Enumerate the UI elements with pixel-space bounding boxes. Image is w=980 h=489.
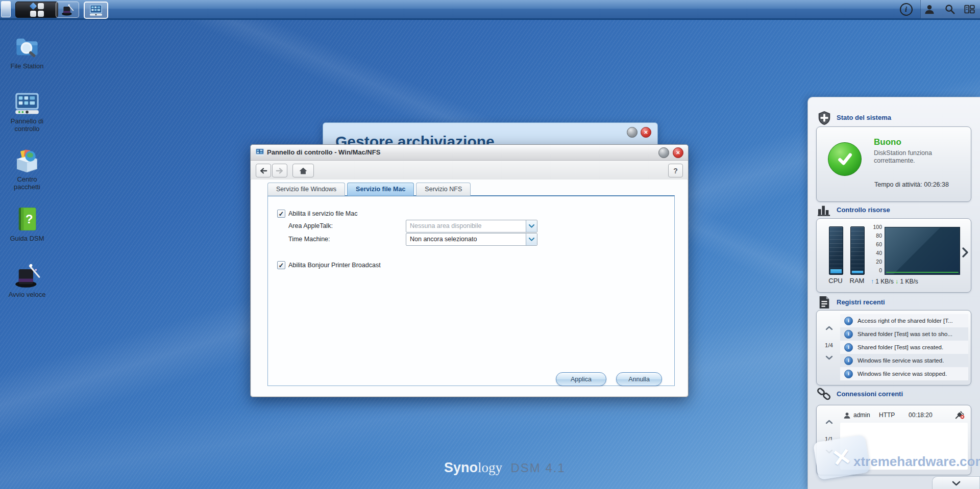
widget-title: Stato del sistema (837, 114, 891, 121)
taskbar-control-panel-button[interactable] (84, 2, 108, 19)
page-up-button[interactable] (819, 326, 839, 330)
desktop-icon-dsm-help[interactable]: ? Guida DSM (4, 206, 51, 242)
desktop-icon-package-center[interactable]: Centro pacchetti (4, 148, 51, 191)
bonjour-broadcast-label: Abilita Bonjour Printer Broadcast (288, 262, 381, 269)
resource-monitor-box[interactable]: CPU RAM 100 80 60 40 20 0 ↑ 1 KB/s ↓ 1 K… (816, 218, 971, 293)
desktop-icon-file-station[interactable]: File Station (4, 34, 51, 70)
disconnect-button[interactable] (954, 410, 965, 421)
log-text: Access right of the shared folder [T... (857, 318, 953, 324)
desktop-icon-label: Pannello di controllo (4, 117, 51, 133)
link-icon (817, 387, 832, 402)
cancel-button[interactable]: Annulla (616, 372, 662, 386)
home-button[interactable] (292, 164, 314, 177)
minimize-button[interactable] (627, 127, 638, 138)
info-icon: i (844, 343, 853, 352)
taskbar: i (0, 0, 980, 20)
dialog-toolbar: ? (251, 161, 688, 180)
timemachine-dropdown[interactable]: Non ancora selezionato (406, 233, 537, 246)
network-usage-graph (885, 227, 960, 275)
system-status-box: Buono DiskStation funziona correttamente… (816, 126, 971, 202)
info-icon: i (844, 356, 853, 365)
svg-text:?: ? (26, 212, 33, 226)
widget-title: Registri recenti (837, 298, 885, 306)
tab-servizio-nfs[interactable]: Servizio NFS (416, 183, 471, 196)
widget-panel: Stato del sistema Buono DiskStation funz… (807, 97, 980, 489)
status-description: DiskStation funziona correttamente. (874, 149, 963, 165)
status-value: Buono (874, 137, 901, 147)
page-up-button[interactable] (819, 420, 839, 424)
log-text: Windows file service was stopped. (857, 371, 947, 377)
help-button[interactable]: ? (668, 164, 683, 177)
info-icon: i (844, 330, 853, 339)
desktop-icon-label: Avvio veloce (4, 291, 51, 298)
page-down-button[interactable] (819, 355, 839, 360)
search-button[interactable] (943, 3, 957, 16)
dialog-content: Servizio file Windows Servizio file Mac … (251, 179, 688, 396)
control-panel-window: Pannello di controllo - Win/Mac/NFS ✕ (250, 144, 689, 397)
main-menu-button[interactable] (15, 2, 58, 18)
appletalk-dropdown[interactable]: Nessuna area disponibile (406, 220, 537, 233)
info-icon: i (844, 370, 853, 378)
log-row[interactable]: i Windows file service was started. (840, 354, 968, 367)
log-row[interactable]: i Shared folder [Test] was set to sho... (840, 327, 968, 341)
connection-user: admin (853, 411, 870, 419)
dropdown-arrow-button[interactable] (526, 220, 537, 232)
chevron-down-icon (529, 224, 534, 228)
enable-mac-service-checkbox[interactable]: ✓ (277, 210, 285, 218)
taskbar-quick-start-button[interactable] (56, 2, 79, 18)
y-axis-tick: 100 (869, 224, 882, 230)
appletalk-label: Area AppleTalk: (288, 222, 333, 229)
resource-monitor-expand-button[interactable] (962, 247, 968, 260)
system-status-header: Stato del sistema (808, 110, 980, 125)
forward-button[interactable] (272, 164, 287, 177)
dialog-titlebar[interactable]: Pannello di controllo - Win/Mac/NFS ✕ (251, 145, 688, 161)
connection-row[interactable]: admin HTTP 00:18:20 (840, 409, 968, 422)
dsm-version: DSM 4.1 (510, 461, 565, 475)
chevron-right-icon (962, 247, 968, 258)
log-row[interactable]: i Access right of the shared folder [T..… (840, 314, 968, 327)
log-row[interactable]: i Windows file service was stopped. (840, 367, 968, 380)
back-button[interactable] (256, 164, 271, 177)
pilot-info-button[interactable]: i (899, 3, 913, 16)
current-connections-header: Connessioni correnti (808, 387, 980, 402)
close-icon: ✕ (676, 150, 680, 156)
logo-syno: Syno (444, 460, 478, 475)
widgets-toggle-button[interactable] (963, 3, 976, 16)
download-value: 1 KB/s (900, 278, 918, 285)
apply-button[interactable]: Applica (556, 372, 606, 386)
desktop-icon-quick-start[interactable]: Avvio veloce (4, 262, 51, 298)
logs-pagination: 1/4 (819, 311, 839, 385)
timemachine-selected-value: Non ancora selezionato (406, 234, 526, 245)
log-row[interactable]: i Shared folder [Test] was created. (840, 341, 968, 354)
show-desktop-button[interactable] (1, 1, 11, 17)
close-button[interactable]: ✕ (641, 127, 651, 138)
y-axis-tick: 60 (869, 241, 882, 247)
user-menu-button[interactable] (923, 3, 936, 16)
widget-collapse-button[interactable] (932, 476, 980, 489)
tab-servizio-file-mac[interactable]: Servizio file Mac (347, 183, 414, 196)
desktop-icon-label: Guida DSM (4, 235, 51, 242)
cpu-label: CPU (827, 277, 844, 285)
minimize-button[interactable] (658, 147, 669, 158)
package-center-icon (14, 148, 40, 173)
y-axis-tick: 40 (869, 250, 882, 256)
control-panel-icon (14, 92, 40, 115)
main-menu-icon (30, 3, 44, 17)
log-list: i Access right of the shared folder [T..… (840, 314, 968, 380)
close-button[interactable]: ✕ (673, 147, 683, 158)
logo-logy: logy (478, 460, 502, 475)
log-text: Windows file service was started. (857, 357, 944, 364)
appletalk-selected-value: Nessuna area disponibile (406, 220, 526, 232)
resource-monitor-header: Controllo risorse (808, 202, 980, 218)
tab-servizio-file-windows[interactable]: Servizio file Windows (267, 183, 345, 196)
desktop-icon-control-panel[interactable]: Pannello di controllo (4, 92, 51, 133)
y-axis-tick: 0 (869, 267, 882, 273)
chevron-down-icon (952, 481, 961, 486)
bonjour-broadcast-checkbox[interactable]: ✓ (277, 261, 285, 269)
forward-arrow-icon (276, 167, 284, 174)
y-axis-tick: 80 (869, 233, 882, 239)
dropdown-arrow-button[interactable] (526, 234, 537, 245)
network-line-series (886, 272, 959, 273)
close-icon: ✕ (644, 130, 648, 135)
log-document-icon (818, 295, 831, 310)
